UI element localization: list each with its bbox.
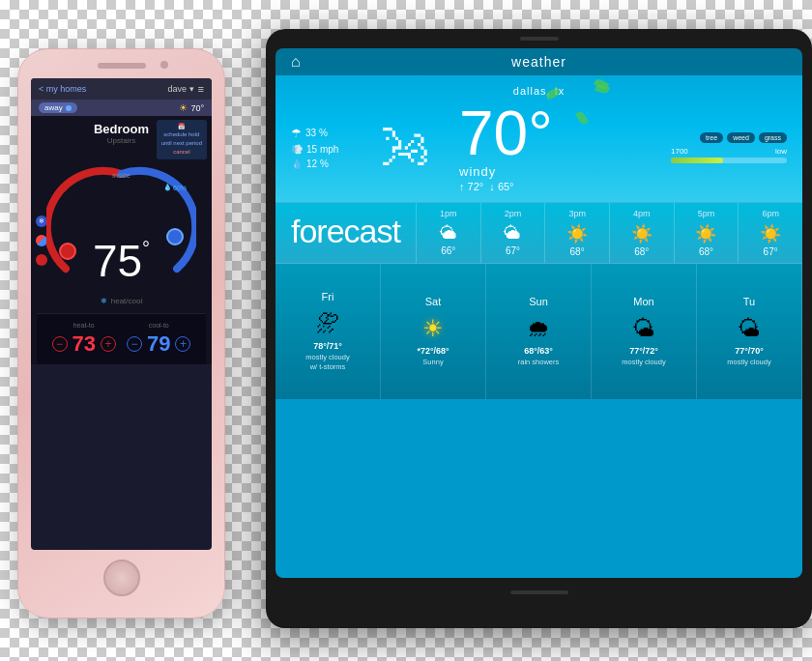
room-name: Bedroom — [94, 122, 149, 136]
tree-badge: tree — [700, 132, 723, 143]
city-label: dallas, tx — [291, 85, 787, 97]
day-tue: Tu 🌤 77°/70° mostly cloudy — [697, 264, 802, 399]
snowflake-icon: ❄ — [101, 297, 107, 305]
humidity-row: 💧 12 % — [291, 158, 359, 169]
humidity-pct: 12 % — [306, 158, 329, 169]
pollen-bar-fill — [671, 158, 723, 163]
phone-body: < my homes dave ▾ ≡ away ☀ 70° — [17, 48, 225, 618]
hour-item-3pm: 3pm ☀️ 68° — [544, 203, 609, 263]
tablet-speaker — [520, 37, 559, 41]
cool-decrease-button[interactable]: − — [127, 336, 142, 352]
mode-indicator — [66, 105, 72, 111]
day-desc-sat: Sunny — [422, 358, 443, 367]
svg-point-0 — [60, 244, 75, 259]
tablet-body: ⌂ weather dallas, tx ☂ 33 % — [266, 29, 812, 628]
wind-row: 💨 15 mph — [291, 144, 359, 155]
day-icon-sun: 🌧 — [527, 315, 550, 342]
temp-section: 70° windy ↑ 72° ↓ 65° — [459, 102, 553, 192]
tablet-device: ⌂ weather dallas, tx ☂ 33 % — [266, 29, 812, 628]
hour-time-1: 1pm — [440, 209, 457, 218]
hour-temp-2: 67° — [506, 245, 520, 256]
weather-badge: ☀ 70° — [179, 102, 204, 113]
day-desc-tue: mostly cloudy — [727, 358, 770, 367]
heat-to-group: heat-to − 73 + — [52, 322, 116, 357]
hour-icon-5: ☀️ — [695, 223, 716, 244]
hour-item-6pm: 6pm ☀️ 67° — [738, 203, 802, 263]
hour-time-4: 4pm — [633, 209, 651, 218]
day-temps-mon: 77°/72° — [629, 346, 658, 356]
hour-icon-2: 🌥 — [504, 223, 521, 244]
svg-point-1 — [167, 229, 183, 244]
phone-speaker — [98, 63, 146, 69]
schedule-box: 📅 schedule hold until next period cancel — [157, 120, 207, 159]
hour-icon-3: ☀️ — [566, 223, 588, 244]
day-icon-sat: ☀ — [422, 315, 444, 342]
day-icon-mon: 🌤 — [632, 315, 655, 342]
day-desc-sun: rain showers — [518, 358, 560, 367]
weather-icon: ☀ — [179, 102, 188, 113]
forecast-label: forecast — [276, 203, 416, 263]
day-icon-fri: ⛈ — [316, 310, 339, 337]
heat-decrease-button[interactable]: − — [52, 336, 68, 352]
hour-time-5: 5pm — [698, 209, 715, 218]
mode-label: ❄ heat/cool — [101, 297, 142, 305]
temp-display: 75° — [93, 239, 150, 283]
wind-speed: 15 mph — [306, 144, 338, 155]
day-desc-fri: mostly cloudyw/ t-storms — [305, 353, 349, 372]
hour-temp-6: 67° — [764, 246, 778, 257]
wind-icon: 💨 — [291, 144, 303, 155]
home-icon[interactable]: ⌂ — [291, 53, 301, 71]
rain-pct: 33 % — [305, 128, 328, 138]
hour-item-2pm: 2pm 🌥 67° — [480, 203, 545, 263]
tablet-home-bar[interactable] — [510, 590, 568, 594]
grass-badge: grass — [759, 132, 787, 143]
weather-main: dallas, tx ☂ 33 % 💨 15 mph 💧 — [276, 75, 802, 202]
rain-row: ☂ 33 % — [291, 127, 359, 140]
pollen-bar-bg — [671, 158, 787, 163]
day-name-mon: Mon — [633, 296, 653, 307]
bottom-controls: heat-to − 73 + cool-to − 79 + — [37, 313, 206, 364]
pollen-panel: tree weed grass 1700 low — [671, 132, 787, 163]
away-badge[interactable]: away — [39, 102, 77, 113]
cool-increase-button[interactable]: + — [175, 336, 190, 352]
wind-swirl-icon: 🌬 — [380, 123, 430, 173]
user-label[interactable]: dave ▾ — [168, 84, 194, 94]
left-stats: ☂ 33 % 💨 15 mph 💧 12 % — [291, 127, 359, 169]
heat-to-label: heat-to — [52, 322, 116, 329]
hour-time-2: 2pm — [505, 209, 522, 218]
homes-link[interactable]: < my homes — [39, 84, 86, 94]
menu-icon[interactable]: ≡ — [198, 83, 204, 95]
heat-increase-button[interactable]: + — [101, 336, 116, 352]
wind-label: windy — [459, 164, 496, 179]
pollen-badges: tree weed grass — [700, 132, 787, 143]
pollen-value: 1700 — [671, 147, 688, 156]
hour-temp-1: 66° — [441, 245, 455, 256]
day-sat: Sat ☀ *72°/68° Sunny — [381, 264, 486, 399]
home-button[interactable] — [103, 560, 140, 596]
phone-modebar: away ☀ 70° — [31, 100, 212, 116]
inside-label: inside — [112, 172, 130, 179]
day-icon-tue: 🌤 — [738, 315, 761, 342]
day-desc-mon: mostly cloudy — [622, 358, 665, 367]
hourly-section: forecast 1pm 🌥 66° 2pm 🌥 67° 3pm ☀️ — [276, 203, 802, 263]
hour-icon-1: 🌥 — [440, 223, 457, 244]
day-name-sun: Sun — [529, 296, 548, 307]
tablet-header: ⌂ weather — [276, 48, 802, 75]
hour-time-3: 3pm — [568, 209, 586, 218]
phone-camera — [160, 61, 168, 69]
pollen-level: low — [775, 147, 787, 156]
heat-value: 73 — [72, 331, 96, 357]
temp-range: ↑ 72° ↓ 65° — [459, 181, 514, 192]
hour-icon-4: ☀️ — [631, 223, 652, 244]
tablet-screen: ⌂ weather dallas, tx ☂ 33 % — [276, 48, 802, 578]
pollen-bar-section: 1700 low — [671, 147, 787, 163]
mode-text: away — [44, 103, 63, 112]
hour-temp-4: 68° — [634, 246, 649, 257]
hour-item-4pm: 4pm ☀️ 68° — [609, 203, 674, 263]
hour-item-1pm: 1pm 🌥 66° — [416, 203, 480, 263]
cool-value: 79 — [147, 331, 170, 357]
gauge-wrapper: inside 💧60% 75° — [46, 155, 196, 295]
weather-temp: 70° — [190, 103, 204, 113]
day-fri: Fri ⛈ 78°/71° mostly cloudyw/ t-storms — [276, 264, 381, 399]
day-sun: Sun 🌧 68°/63° rain showers — [486, 264, 592, 399]
